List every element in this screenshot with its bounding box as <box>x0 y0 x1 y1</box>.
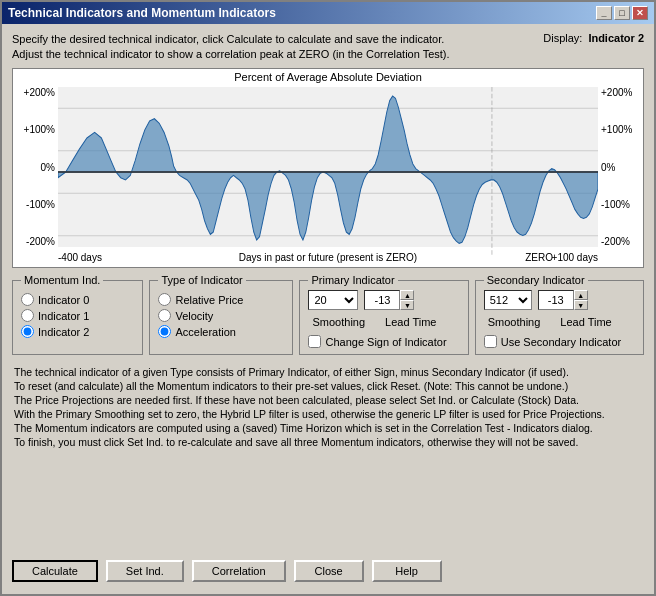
primary-leadtime-input[interactable] <box>364 290 400 310</box>
secondary-checkbox-row: Use Secondary Indicator <box>484 335 635 348</box>
use-secondary-checkbox[interactable] <box>484 335 497 348</box>
indicator2-row: Indicator 2 <box>21 325 134 338</box>
chart-inner <box>58 87 598 247</box>
x-label-right: +100 days <box>552 252 598 263</box>
secondary-controls-row: 512 256 100 ▲ ▼ <box>484 290 635 310</box>
primary-indicator-controls: 20 0 5 10 50 100 ▲ <box>308 290 459 348</box>
rel-price-label: Relative Price <box>175 294 243 306</box>
chart-container: Percent of Average Absolute Deviation +2… <box>12 68 644 268</box>
calculate-button[interactable]: Calculate <box>12 560 98 582</box>
display-label: Display: <box>543 32 582 44</box>
info-line-6: To finish, you must click Set Ind. to re… <box>14 435 642 449</box>
indicator1-row: Indicator 1 <box>21 309 134 322</box>
type-group-label: Type of Indicator <box>158 274 245 286</box>
primary-smoothing-control: 20 0 5 10 50 100 <box>308 290 358 310</box>
info-line-5: The Momentum indicators are computed usi… <box>14 421 642 435</box>
indicator0-label: Indicator 0 <box>38 294 89 306</box>
indicator1-label: Indicator 1 <box>38 310 89 322</box>
chart-y-labels-right: +200% +100% 0% -100% -200% <box>598 87 643 247</box>
desc-line1: Specify the desired technical indicator,… <box>12 32 543 47</box>
primary-group-label: Primary Indicator <box>308 274 397 286</box>
x-label-zero: ZERO <box>525 252 553 263</box>
info-line-2: To reset (and calculate) all the Momentu… <box>14 379 642 393</box>
secondary-leadtime-down[interactable]: ▼ <box>574 300 588 310</box>
description-row: Specify the desired technical indicator,… <box>12 32 644 62</box>
main-window: Technical Indicators and Momentum Indica… <box>0 0 656 596</box>
minimize-button[interactable]: _ <box>596 6 612 20</box>
chart-title: Percent of Average Absolute Deviation <box>13 69 643 83</box>
primary-leadtime-control: ▲ ▼ <box>364 290 414 310</box>
secondary-smoothing-select[interactable]: 512 256 100 <box>484 290 532 310</box>
secondary-leadtime-input[interactable] <box>538 290 574 310</box>
type-group: Type of Indicator Relative Price Velocit… <box>149 274 293 355</box>
info-text-area: The technical indicator of a given Type … <box>12 361 644 554</box>
display-section: Display: Indicator 2 <box>543 32 644 44</box>
primary-leadtime-down[interactable]: ▼ <box>400 300 414 310</box>
window-title: Technical Indicators and Momentum Indica… <box>8 6 276 20</box>
title-bar-buttons: _ □ ✕ <box>596 6 648 20</box>
velocity-row: Velocity <box>158 309 284 322</box>
indicator1-radio[interactable] <box>21 309 34 322</box>
secondary-leadtime-up[interactable]: ▲ <box>574 290 588 300</box>
secondary-leadtime-label: Lead Time <box>560 316 611 328</box>
chart-svg <box>58 87 598 257</box>
primary-controls-row: 20 0 5 10 50 100 ▲ <box>308 290 459 310</box>
primary-control-labels: Smoothing Lead Time <box>308 316 459 328</box>
primary-checkbox-row: Change Sign of Indicator <box>308 335 459 348</box>
indicator2-label: Indicator 2 <box>38 326 89 338</box>
close-button[interactable]: Close <box>294 560 364 582</box>
rel-price-row: Relative Price <box>158 293 284 306</box>
description-text: Specify the desired technical indicator,… <box>12 32 543 62</box>
indicator0-row: Indicator 0 <box>21 293 134 306</box>
chart-y-labels-left: +200% +100% 0% -100% -200% <box>13 87 58 247</box>
momentum-group: Momentum Ind. Indicator 0 Indicator 1 In… <box>12 274 143 355</box>
primary-leadtime-up[interactable]: ▲ <box>400 290 414 300</box>
secondary-indicator-group: Secondary Indicator 512 256 100 <box>475 274 644 355</box>
rel-price-radio[interactable] <box>158 293 171 306</box>
primary-leadtime-label: Lead Time <box>385 316 436 328</box>
desc-line2: Adjust the technical indicator to show a… <box>12 47 543 62</box>
secondary-smoothing-control: 512 256 100 <box>484 290 532 310</box>
acceleration-label: Acceleration <box>175 326 236 338</box>
controls-row: Momentum Ind. Indicator 0 Indicator 1 In… <box>12 274 644 355</box>
momentum-group-label: Momentum Ind. <box>21 274 103 286</box>
info-line-1: The technical indicator of a given Type … <box>14 365 642 379</box>
use-secondary-label: Use Secondary Indicator <box>501 336 621 348</box>
indicator2-radio[interactable] <box>21 325 34 338</box>
secondary-indicator-controls: 512 256 100 ▲ ▼ <box>484 290 635 348</box>
secondary-leadtime-control: ▲ ▼ <box>538 290 588 310</box>
close-window-button[interactable]: ✕ <box>632 6 648 20</box>
indicator0-radio[interactable] <box>21 293 34 306</box>
info-line-3: The Price Projections are needed first. … <box>14 393 642 407</box>
info-line-4: With the Primary Smoothing set to zero, … <box>14 407 642 421</box>
velocity-label: Velocity <box>175 310 213 322</box>
secondary-smoothing-label: Smoothing <box>488 316 541 328</box>
velocity-radio[interactable] <box>158 309 171 322</box>
content-area: Specify the desired technical indicator,… <box>2 24 654 594</box>
button-row: Calculate Set Ind. Correlation Close Hel… <box>12 560 644 586</box>
primary-indicator-group: Primary Indicator 20 0 5 10 50 100 <box>299 274 468 355</box>
primary-smoothing-label: Smoothing <box>312 316 365 328</box>
acceleration-radio[interactable] <box>158 325 171 338</box>
help-button[interactable]: Help <box>372 560 442 582</box>
acceleration-row: Acceleration <box>158 325 284 338</box>
secondary-leadtime-spinners: ▲ ▼ <box>574 290 588 310</box>
primary-leadtime-spinners: ▲ ▼ <box>400 290 414 310</box>
set-ind-button[interactable]: Set Ind. <box>106 560 184 582</box>
secondary-control-labels: Smoothing Lead Time <box>484 316 635 328</box>
maximize-button[interactable]: □ <box>614 6 630 20</box>
change-sign-label: Change Sign of Indicator <box>325 336 446 348</box>
display-value: Indicator 2 <box>588 32 644 44</box>
title-bar: Technical Indicators and Momentum Indica… <box>2 2 654 24</box>
correlation-button[interactable]: Correlation <box>192 560 286 582</box>
primary-smoothing-select[interactable]: 20 0 5 10 50 100 <box>308 290 358 310</box>
change-sign-checkbox[interactable] <box>308 335 321 348</box>
secondary-group-label: Secondary Indicator <box>484 274 588 286</box>
